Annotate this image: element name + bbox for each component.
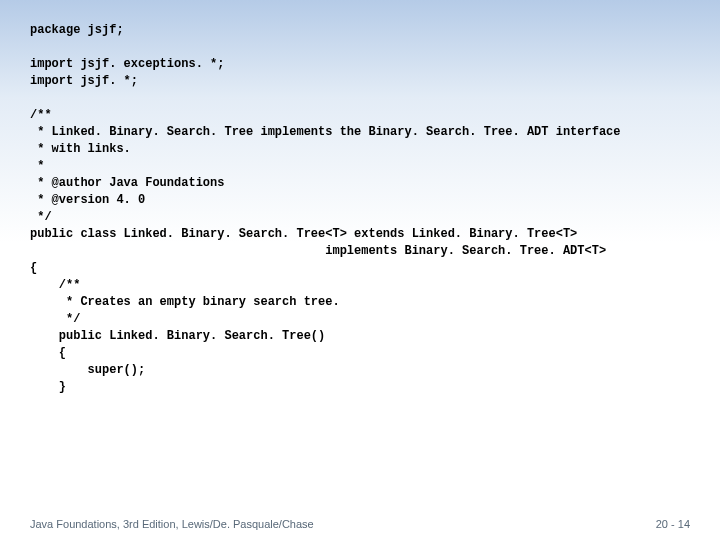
code-block: package jsjf; import jsjf. exceptions. *… [30, 22, 690, 396]
code-line: * with links. [30, 142, 131, 156]
code-line: } [30, 380, 66, 394]
code-line: super(); [30, 363, 145, 377]
code-line: import jsjf. exceptions. *; [30, 57, 224, 71]
footer-source: Java Foundations, 3rd Edition, Lewis/De.… [30, 518, 314, 530]
code-line: { [30, 261, 37, 275]
code-line: import jsjf. *; [30, 74, 138, 88]
slide: package jsjf; import jsjf. exceptions. *… [0, 0, 720, 540]
code-line: implements Binary. Search. Tree. ADT<T> [30, 244, 606, 258]
code-line: * @author Java Foundations [30, 176, 224, 190]
code-line: /** [30, 278, 80, 292]
code-line: * [30, 159, 44, 173]
code-line: * Creates an empty binary search tree. [30, 295, 340, 309]
code-line: public class Linked. Binary. Search. Tre… [30, 227, 577, 241]
code-line: public Linked. Binary. Search. Tree() [30, 329, 325, 343]
code-line: package jsjf; [30, 23, 124, 37]
code-line: */ [30, 210, 52, 224]
page-number: 20 - 14 [656, 518, 690, 530]
code-line: */ [30, 312, 80, 326]
code-line: * @version 4. 0 [30, 193, 145, 207]
code-line: /** [30, 108, 52, 122]
code-line: * Linked. Binary. Search. Tree implement… [30, 125, 621, 139]
footer: Java Foundations, 3rd Edition, Lewis/De.… [30, 518, 690, 530]
code-line: { [30, 346, 66, 360]
